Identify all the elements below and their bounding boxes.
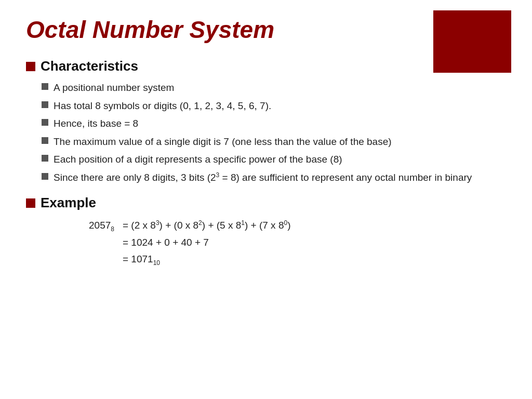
example-calculation: 20578 = (2 x 83) + (0 x 82) + (5 x 81) +… (68, 217, 506, 268)
list-item: Hence, its base = 8 (42, 116, 506, 131)
characteristics-list: A positional number system Has total 8 s… (42, 81, 506, 184)
slide: Octal Number System Characteristics A po… (0, 0, 532, 399)
list-item: Has total 8 symbols or digits (0, 1, 2, … (42, 99, 506, 113)
bullet-text: Since there are only 8 digits, 3 bits (2… (54, 170, 506, 185)
example-title: Example (41, 195, 96, 211)
calc-line-2: = 1024 + 0 + 40 + 7 (68, 234, 506, 251)
calc-line-3: = 107110 (68, 251, 506, 268)
list-item: Each position of a digit represents a sp… (42, 152, 506, 167)
list-item: Since there are only 8 digits, 3 bits (2… (42, 170, 506, 185)
sub-bullet-icon (42, 101, 48, 108)
sub-bullet-icon (42, 137, 48, 144)
characteristics-bullet-icon (26, 62, 35, 71)
calc-expr-1: = (2 x 83) + (0 x 82) + (5 x 81) + (7 x … (123, 217, 290, 234)
bullet-text: A positional number system (54, 81, 506, 95)
calc-expr-2: = 1024 + 0 + 40 + 7 (123, 234, 209, 251)
example-section: Example 20578 = (2 x 83) + (0 x 82) + (5… (26, 195, 506, 268)
bullet-text: The maximum value of a single digit is 7… (54, 135, 506, 149)
sub-bullet-icon (42, 155, 48, 162)
sub-bullet-icon (42, 83, 48, 90)
example-bullet-icon (26, 198, 35, 208)
bullet-text: Each position of a digit represents a sp… (54, 152, 506, 167)
example-header: Example (26, 195, 506, 211)
calc-line-1: 20578 = (2 x 83) + (0 x 82) + (5 x 81) +… (68, 217, 506, 234)
calc-expr-3: = 107110 (123, 251, 160, 268)
bullet-text: Hence, its base = 8 (54, 116, 506, 131)
calc-label: 20578 (68, 217, 114, 234)
bullet-text: Has total 8 symbols or digits (0, 1, 2, … (54, 99, 506, 113)
list-item: A positional number system (42, 81, 506, 95)
list-item: The maximum value of a single digit is 7… (42, 135, 506, 149)
sub-bullet-icon (42, 173, 48, 180)
sub-bullet-icon (42, 119, 48, 126)
characteristics-title: Characteristics (41, 58, 138, 74)
decorative-box (433, 10, 511, 73)
